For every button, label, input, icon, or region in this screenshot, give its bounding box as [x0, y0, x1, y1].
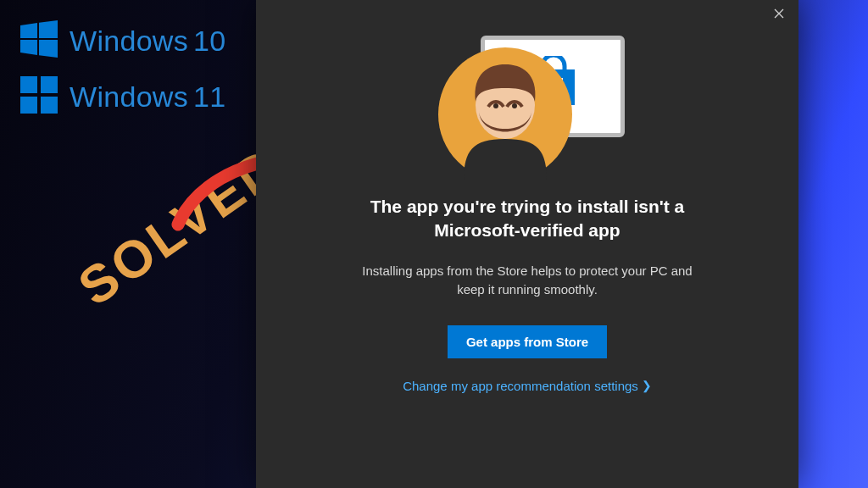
close-icon	[774, 7, 784, 22]
dialog-illustration	[430, 30, 625, 183]
windows11-logo-icon	[20, 76, 58, 117]
chevron-right-icon: ❯	[642, 379, 652, 392]
svg-rect-5	[41, 76, 58, 93]
svg-point-16	[512, 103, 517, 108]
close-button[interactable]	[760, 0, 798, 29]
svg-marker-1	[39, 20, 58, 38]
change-settings-link[interactable]: Change my app recommendation settings ❯	[403, 379, 652, 393]
dialog-subtitle: Installing apps from the Store helps to …	[349, 262, 705, 300]
svg-rect-4	[20, 76, 37, 93]
get-apps-button[interactable]: Get apps from Store	[448, 325, 607, 358]
dialog-title: The app you're trying to install isn't a…	[345, 195, 709, 243]
windows-10-label: Windows10	[70, 25, 225, 58]
ms-store-warning-dialog: The app you're trying to install isn't a…	[256, 0, 798, 488]
change-settings-link-text: Change my app recommendation settings	[403, 379, 638, 393]
svg-point-15	[493, 103, 498, 108]
dialog-content: The app you're trying to install isn't a…	[256, 0, 798, 393]
svg-marker-3	[39, 40, 58, 58]
svg-rect-7	[41, 97, 58, 114]
os-labels: Windows10 Windows11	[20, 20, 225, 117]
windows-logo-icon	[20, 20, 58, 61]
windows-11-label: Windows11	[70, 80, 225, 114]
svg-marker-0	[20, 23, 37, 38]
person-icon	[448, 58, 562, 181]
windows-10-row: Windows10	[20, 20, 225, 61]
windows-11-row: Windows11	[20, 76, 225, 117]
svg-rect-6	[20, 97, 37, 114]
svg-marker-2	[20, 40, 37, 55]
